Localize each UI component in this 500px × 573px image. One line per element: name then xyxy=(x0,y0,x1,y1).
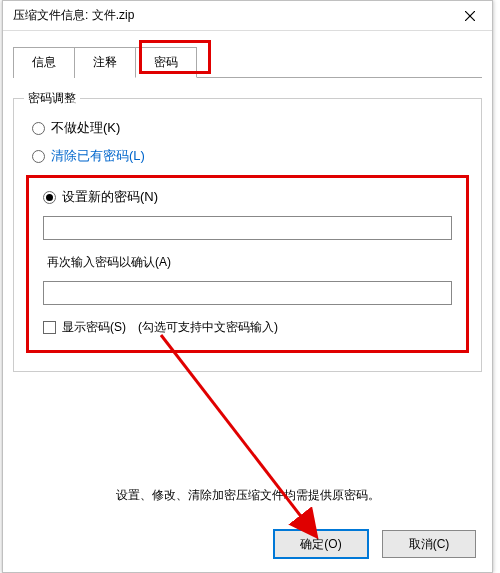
tab-comment-label: 注释 xyxy=(93,55,117,69)
dialog-window: 压缩文件信息: 文件.zip 信息 注释 密码 密码调整 不做处理(K) 清除已… xyxy=(2,0,493,573)
show-password-hint: (勾选可支持中文密码输入) xyxy=(138,319,278,336)
show-password-label: 显示密码(S) xyxy=(62,319,126,336)
radio-no-action-label: 不做处理(K) xyxy=(51,119,120,137)
radio-icon xyxy=(43,191,56,204)
radio-icon xyxy=(32,122,45,135)
password-groupbox: 密码调整 不做处理(K) 清除已有密码(L) 设置新的密码(N) 再次输入密码以… xyxy=(13,98,482,372)
radio-set-password[interactable]: 设置新的密码(N) xyxy=(43,188,452,206)
radio-icon xyxy=(32,150,45,163)
confirm-label: 再次输入密码以确认(A) xyxy=(47,254,452,271)
password-confirm-input[interactable] xyxy=(43,281,452,305)
close-icon[interactable] xyxy=(448,1,492,31)
tab-password[interactable]: 密码 xyxy=(135,47,197,78)
ok-button-label: 确定(O) xyxy=(300,536,341,553)
show-password-checkbox[interactable] xyxy=(43,321,56,334)
radio-clear-password[interactable]: 清除已有密码(L) xyxy=(32,147,469,165)
content-area: 信息 注释 密码 密码调整 不做处理(K) 清除已有密码(L) 设置新的密码(N… xyxy=(3,31,492,382)
titlebar: 压缩文件信息: 文件.zip xyxy=(3,1,492,31)
show-password-row: 显示密码(S) (勾选可支持中文密码输入) xyxy=(43,319,452,336)
radio-set-label: 设置新的密码(N) xyxy=(62,188,158,206)
tab-password-label: 密码 xyxy=(154,55,178,69)
cancel-button[interactable]: 取消(C) xyxy=(382,530,476,558)
groupbox-title: 密码调整 xyxy=(24,90,80,107)
tab-info[interactable]: 信息 xyxy=(13,47,75,78)
password-input[interactable] xyxy=(43,216,452,240)
ok-button[interactable]: 确定(O) xyxy=(274,530,368,558)
tab-bar: 信息 注释 密码 xyxy=(13,46,482,78)
button-bar: 确定(O) 取消(C) xyxy=(274,530,476,558)
radio-no-action[interactable]: 不做处理(K) xyxy=(32,119,469,137)
tab-info-label: 信息 xyxy=(32,55,56,69)
title-text: 压缩文件信息: 文件.zip xyxy=(13,7,448,24)
set-password-section: 设置新的密码(N) 再次输入密码以确认(A) 显示密码(S) (勾选可支持中文密… xyxy=(26,175,469,353)
radio-clear-label: 清除已有密码(L) xyxy=(51,147,145,165)
footer-hint: 设置、修改、清除加密压缩文件均需提供原密码。 xyxy=(3,487,492,504)
cancel-button-label: 取消(C) xyxy=(409,536,450,553)
tab-comment[interactable]: 注释 xyxy=(74,47,136,78)
